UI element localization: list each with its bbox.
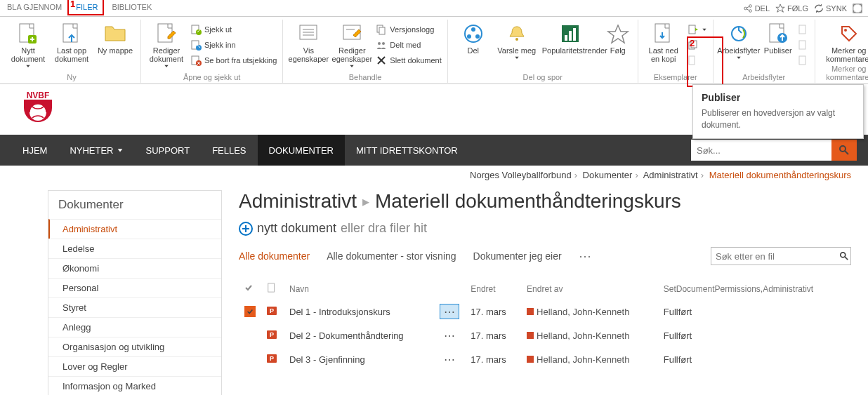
crumb-current: Materiell dokumenthåndteringskurs <box>709 170 851 180</box>
sidebar-item-styret[interactable]: Styret <box>48 297 221 317</box>
source-icon <box>688 55 699 66</box>
cancel-approval-button[interactable] <box>798 53 809 67</box>
nav-mitt[interactable]: MITT IDRETTSKONTOR <box>345 135 469 166</box>
version-history-button[interactable]: Versjonslogg <box>376 22 441 36</box>
table-row[interactable]: Del 3 - Gjenfinning⋯17. marsHelland, Joh… <box>239 347 851 371</box>
edit-properties-button[interactable]: Rediger egenskaper <box>332 20 371 69</box>
edit-document-button[interactable]: Rediger dokument <box>147 20 186 69</box>
publish-tooltip: Publiser Publiserer en hovedversjon av v… <box>692 84 864 139</box>
unpublish-button[interactable] <box>798 22 809 36</box>
approve-button[interactable] <box>798 38 809 52</box>
row-checkbox[interactable] <box>244 353 256 364</box>
svg-rect-47 <box>573 28 576 41</box>
popularity-button[interactable]: Popularitetstrender <box>541 20 600 55</box>
cell-modified-by[interactable]: Helland, John-Kenneth <box>521 347 658 371</box>
file-search-input[interactable] <box>711 251 838 262</box>
bell-icon <box>506 22 528 45</box>
nav-search-button[interactable] <box>831 140 857 161</box>
col-setperm[interactable]: SetDocumentPermissions,Administrativt <box>658 278 851 300</box>
row-checkbox[interactable] <box>244 329 256 340</box>
follow-doc-button[interactable]: Følg <box>604 20 632 55</box>
chevron-right-icon: ▸ <box>362 193 369 210</box>
plus-circle-icon[interactable] <box>239 222 253 236</box>
tab-library[interactable]: BIBLIOTEK <box>105 0 159 16</box>
svg-marker-48 <box>608 25 628 43</box>
row-checkbox[interactable] <box>244 306 256 317</box>
sidebar-item-informasjon-og-marked[interactable]: Informasjon og Marked <box>48 376 221 395</box>
svg-point-20 <box>196 29 202 35</box>
cell-modified-by[interactable]: Helland, John-Kenneth <box>521 323 658 347</box>
tooltip-title: Publiser <box>702 92 855 103</box>
nav-nyheter[interactable]: NYHETER <box>58 135 134 166</box>
new-document-link[interactable]: nytt dokument <box>257 221 336 236</box>
view-mine[interactable]: Dokumenter jeg eier <box>473 250 562 262</box>
view-all-large[interactable]: Alle dokumenter - stor visning <box>327 250 456 262</box>
view-all[interactable]: Alle dokumenter <box>239 250 310 262</box>
row-menu-button[interactable]: ⋯ <box>440 328 459 343</box>
caret-down-icon <box>25 63 31 69</box>
row-menu-button[interactable]: ⋯ <box>440 304 459 319</box>
nav-felles[interactable]: FELLES <box>201 135 257 166</box>
crumb-administrativt[interactable]: Administrativt <box>643 170 698 180</box>
go-to-source-button[interactable] <box>688 53 707 67</box>
sidebar-item-administrativt[interactable]: Administrativt <box>48 219 221 239</box>
new-document-button[interactable]: Nytt dokument <box>8 20 48 69</box>
col-modified[interactable]: Endret <box>465 278 521 300</box>
nav-hjem[interactable]: HJEM <box>11 135 58 166</box>
checkout-icon <box>190 24 202 35</box>
document-table: Navn Endret Endret av SetDocumentPermiss… <box>239 278 851 371</box>
svg-point-22 <box>196 45 202 51</box>
upload-document-button[interactable]: Last opp dokument <box>52 20 91 63</box>
nav-dokumenter[interactable]: DOKUMENTER <box>258 135 345 166</box>
sidebar-item-personal[interactable]: Personal <box>48 278 221 297</box>
tags-notes-button[interactable]: Merker og kommentarer <box>821 20 868 63</box>
discard-checkout-button[interactable]: Se bort fra utsjekking <box>190 53 277 67</box>
workflow-icon <box>728 22 750 45</box>
send-to-button[interactable] <box>688 22 707 36</box>
download-copy-button[interactable]: Last ned en kopi <box>644 20 683 63</box>
sidebar-item-organisasjon-og-utvikling[interactable]: Organisasjon og utvikling <box>48 337 221 356</box>
svg-rect-56 <box>799 41 805 49</box>
tab-browse[interactable]: BLA GJENNOM <box>0 0 69 16</box>
share-doc-button[interactable]: Del <box>454 20 493 55</box>
workflows-button[interactable]: Arbeidsflyter <box>719 20 758 60</box>
sync-button[interactable]: SYNK <box>814 4 847 13</box>
row-menu-button[interactable]: ⋯ <box>440 352 459 367</box>
doc-name-link[interactable]: Del 1 - Introduksjonskurs <box>289 307 390 317</box>
annotation-number-1: 1 <box>70 0 75 9</box>
table-row[interactable]: Del 1 - Introduksjonskurs⋯17. marsHellan… <box>239 300 851 323</box>
new-folder-icon <box>104 22 126 45</box>
col-name[interactable]: Navn <box>284 278 434 300</box>
view-properties-button[interactable]: Vis egenskaper <box>289 20 328 63</box>
checkout-button[interactable]: Sjekk ut <box>190 22 277 36</box>
cell-modified-by[interactable]: Helland, John-Kenneth <box>521 300 658 323</box>
file-search-button[interactable] <box>838 251 850 261</box>
more-views-button[interactable]: ⋯ <box>579 248 591 264</box>
follow-button[interactable]: FØLG <box>775 4 808 13</box>
fullscreen-button[interactable] <box>853 4 862 13</box>
sidebar-item-anlegg[interactable]: Anlegg <box>48 317 221 337</box>
checkin-button[interactable]: Sjekk inn <box>190 38 277 52</box>
sidebar-item--konomi[interactable]: Økonomi <box>48 258 221 278</box>
new-folder-button[interactable]: Ny mappe <box>96 20 135 55</box>
sidebar-item-lover-og-regler[interactable]: Lover og Regler <box>48 356 221 376</box>
nav-support[interactable]: SUPPORT <box>135 135 202 166</box>
table-row[interactable]: Del 2 - Dokumenthåndtering⋯17. marsHella… <box>239 323 851 347</box>
doc-name-link[interactable]: Del 2 - Dokumenthåndtering <box>289 330 404 341</box>
doc-name-link[interactable]: Del 3 - Gjenfinning <box>289 354 365 365</box>
shared-with-button[interactable]: Delt med <box>376 38 441 52</box>
crumb-root[interactable]: Norges Volleyballforbund <box>470 170 572 180</box>
crumb-dokumenter[interactable]: Dokumenter <box>583 170 633 180</box>
sidebar-item-ledelse[interactable]: Ledelse <box>48 239 221 258</box>
col-modified-by[interactable]: Endret av <box>521 278 658 300</box>
nvbf-logo: NVBF <box>17 88 59 130</box>
discard-icon <box>190 55 202 66</box>
share-button[interactable]: DEL <box>743 4 770 13</box>
svg-point-40 <box>471 27 475 32</box>
shared-icon <box>376 39 387 51</box>
publish-button[interactable]: Publiser <box>763 20 794 55</box>
alert-me-button[interactable]: Varsle meg <box>497 20 537 60</box>
nav-search-input[interactable] <box>691 140 831 161</box>
delete-document-button[interactable]: Slett dokument <box>376 53 441 67</box>
drag-files-hint: eller dra filer hit <box>341 221 427 236</box>
